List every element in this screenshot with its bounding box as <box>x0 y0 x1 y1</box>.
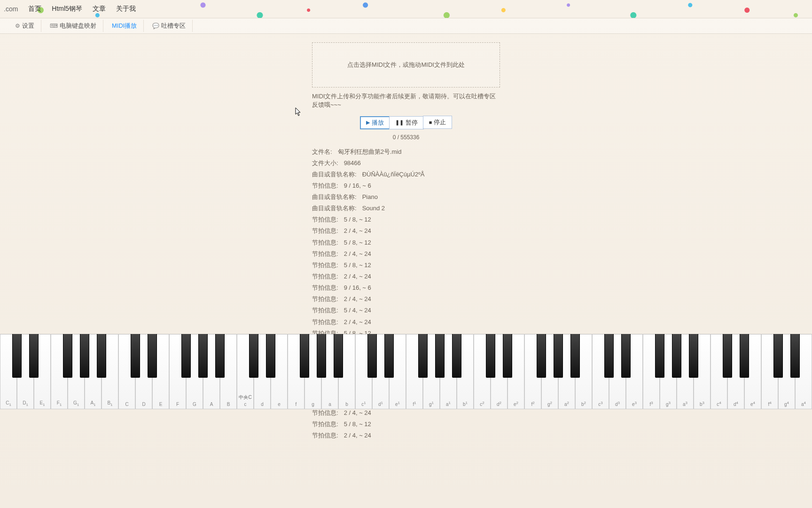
key-label: f4 <box>768 401 771 407</box>
meta-row: 节拍信息:5 / 8, ~ 12 <box>312 420 500 429</box>
pause-icon: ❚❚ <box>395 119 404 126</box>
pause-button[interactable]: ❚❚ 暂停 <box>389 116 424 129</box>
nav-home[interactable]: 首页 <box>28 5 41 13</box>
black-key[interactable] <box>435 334 445 378</box>
key-label: C1 <box>6 400 11 407</box>
meta-value: 5 / 8, ~ 12 <box>344 215 371 224</box>
key-label: A <box>210 402 213 407</box>
meta-row: 文件大小:98466 <box>312 159 500 168</box>
tab-midi-play[interactable]: MIDI播放 <box>105 20 144 32</box>
black-key[interactable] <box>131 334 140 378</box>
black-key[interactable] <box>367 334 377 378</box>
black-key[interactable] <box>29 334 39 378</box>
black-key[interactable] <box>790 334 800 378</box>
meta-key: 节拍信息: <box>312 215 338 224</box>
key-label: d4 <box>734 401 738 407</box>
key-label: b2 <box>581 401 586 407</box>
black-key[interactable] <box>655 334 664 378</box>
brand-suffix: .com <box>4 5 18 13</box>
key-label: d2 <box>497 401 501 407</box>
black-key[interactable] <box>266 334 275 378</box>
tab-feedback[interactable]: 💬 吐槽专区 <box>146 20 193 32</box>
meta-row: 节拍信息:5 / 4, ~ 24 <box>312 306 500 315</box>
black-key[interactable] <box>80 334 89 378</box>
black-key[interactable] <box>97 334 106 378</box>
black-key[interactable] <box>384 334 394 378</box>
key-label: E1 <box>39 400 45 407</box>
gear-icon: ⚙ <box>15 23 20 29</box>
meta-key: 节拍信息: <box>312 294 338 304</box>
key-label: f3 <box>649 401 653 407</box>
meta-row: 节拍信息:2 / 4, ~ 24 <box>312 408 500 418</box>
black-key[interactable] <box>689 334 698 378</box>
tab-settings[interactable]: ⚙ 设置 <box>8 20 41 32</box>
black-key[interactable] <box>773 334 783 378</box>
black-key[interactable] <box>317 334 326 378</box>
meta-value: 匈牙利狂想曲第2号.mid <box>338 147 402 157</box>
meta-key: 文件名: <box>312 147 332 157</box>
playback-controls: ▶ 播放 ❚❚ 暂停 ■ 停止 <box>312 116 500 129</box>
meta-row: 曲目或音轨名称:Sound 2 <box>312 204 500 213</box>
black-key[interactable] <box>740 334 749 378</box>
black-key[interactable] <box>723 334 732 378</box>
black-key[interactable] <box>334 334 343 378</box>
nav-articles[interactable]: 文章 <box>93 5 106 13</box>
meta-row: 节拍信息:2 / 4, ~ 24 <box>312 318 500 327</box>
nav-piano[interactable]: Html5钢琴 <box>52 5 82 13</box>
tab-keyboard-map[interactable]: ⌨ 电脑键盘映射 <box>43 20 103 32</box>
sub-nav: ⚙ 设置 ⌨ 电脑键盘映射 MIDI播放 💬 吐槽专区 <box>0 18 812 34</box>
key-label: g3 <box>666 401 671 407</box>
meta-key: 节拍信息: <box>312 261 338 270</box>
black-key[interactable] <box>249 334 258 378</box>
playback-progress: 0 / 555336 <box>312 134 500 141</box>
meta-value: 5 / 8, ~ 12 <box>344 261 371 270</box>
meta-value: 2 / 4, ~ 24 <box>344 318 371 327</box>
black-key[interactable] <box>452 334 461 378</box>
tab-label: MIDI播放 <box>112 22 137 30</box>
black-key[interactable] <box>198 334 208 378</box>
meta-value: 2 / 4, ~ 24 <box>344 431 371 440</box>
key-label: g1 <box>429 401 434 407</box>
black-key[interactable] <box>300 334 309 378</box>
key-label: D1 <box>23 400 28 407</box>
meta-key: 节拍信息: <box>312 408 338 418</box>
key-label: a4 <box>801 401 806 407</box>
meta-key: 节拍信息: <box>312 249 338 259</box>
black-key[interactable] <box>672 334 681 378</box>
stop-icon: ■ <box>429 119 432 125</box>
meta-value: Piano <box>362 192 378 202</box>
black-key[interactable] <box>12 334 22 378</box>
black-key[interactable] <box>181 334 191 378</box>
black-key[interactable] <box>215 334 225 378</box>
black-key[interactable] <box>621 334 631 378</box>
black-key[interactable] <box>554 334 563 378</box>
black-key[interactable] <box>63 334 72 378</box>
meta-key: 曲目或音轨名称: <box>312 170 357 179</box>
black-key[interactable] <box>148 334 157 378</box>
meta-value: ÐÙÑÀÀû¿ñÏëÇúµÚ2ºÅ <box>362 170 425 179</box>
key-label: e1 <box>395 401 400 407</box>
black-key[interactable] <box>503 334 512 378</box>
key-label: b1 <box>463 401 468 407</box>
black-key[interactable] <box>604 334 614 378</box>
key-label: f <box>296 402 297 407</box>
meta-value: Sound 2 <box>362 204 385 213</box>
key-label: f1 <box>413 401 416 407</box>
key-label: d <box>261 402 264 407</box>
meta-value: 9 / 16, ~ 6 <box>344 181 371 190</box>
key-label: g2 <box>547 401 552 407</box>
meta-row: 曲目或音轨名称:Piano <box>312 192 500 202</box>
play-button[interactable]: ▶ 播放 <box>360 116 390 129</box>
key-label: B1 <box>107 400 112 407</box>
black-key[interactable] <box>486 334 495 378</box>
key-label: G1 <box>73 400 79 407</box>
black-key[interactable] <box>570 334 580 378</box>
black-key[interactable] <box>537 334 546 378</box>
black-key[interactable] <box>418 334 428 378</box>
nav-about[interactable]: 关于我 <box>116 5 136 13</box>
stop-button[interactable]: ■ 停止 <box>423 116 453 129</box>
tab-label: 设置 <box>22 22 34 30</box>
meta-value: 2 / 4, ~ 24 <box>344 272 371 281</box>
key-label: c <box>244 402 247 407</box>
midi-dropzone[interactable]: 点击选择MIDI文件，或拖动MIDI文件到此处 <box>312 42 500 87</box>
